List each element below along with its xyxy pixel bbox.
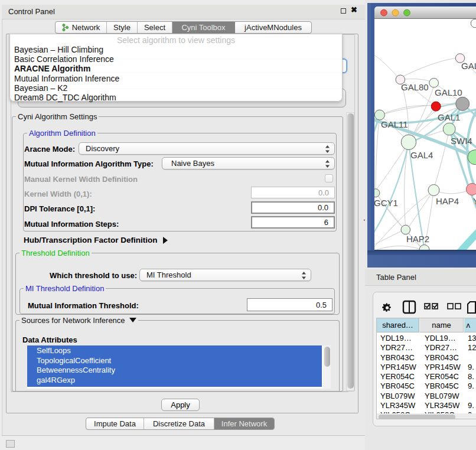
svg-text:GAL1: GAL1	[438, 112, 460, 122]
svg-text:Y: Y	[473, 196, 476, 206]
svg-text:GAL: GAL	[461, 61, 476, 71]
svg-text:SWI4: SWI4	[451, 136, 472, 146]
svg-text:GAL10: GAL10	[435, 87, 462, 97]
svg-text:GAL11: GAL11	[381, 119, 408, 129]
svg-text:GCY1: GCY1	[374, 198, 398, 208]
svg-text:HAP4: HAP4	[436, 196, 459, 206]
svg-text:HAP2: HAP2	[406, 234, 429, 244]
svg-text:GAL4: GAL4	[410, 150, 433, 160]
svg-text:GAL80: GAL80	[401, 82, 429, 92]
